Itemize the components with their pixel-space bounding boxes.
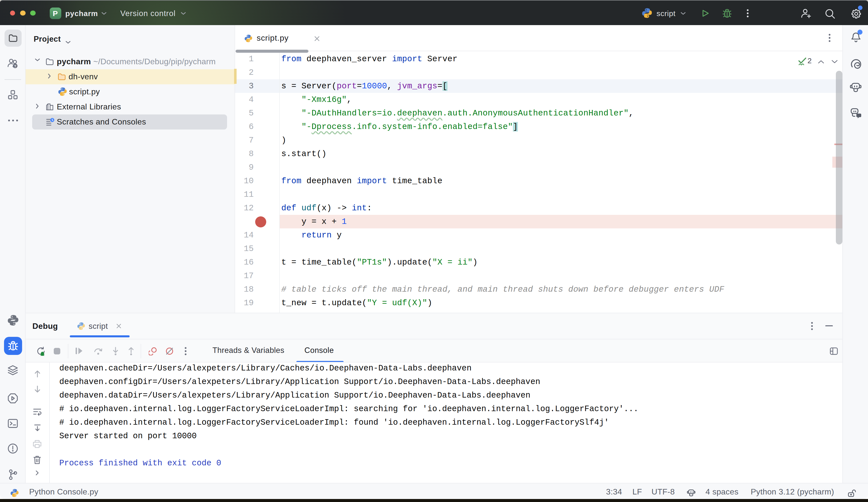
svg-text:?: ? (14, 64, 16, 68)
